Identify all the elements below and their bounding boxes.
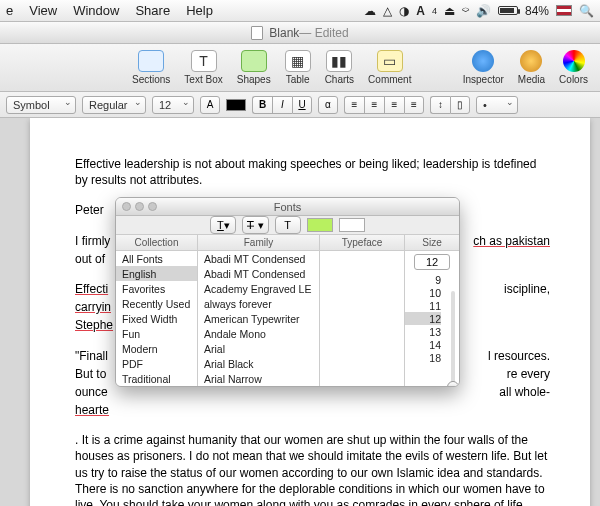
edited-indicator: — Edited bbox=[299, 26, 348, 40]
list-item[interactable]: 14 bbox=[405, 338, 441, 351]
shapes-button[interactable]: Shapes bbox=[237, 50, 271, 85]
list-item[interactable]: Modern bbox=[116, 341, 197, 356]
size-slider-track[interactable] bbox=[451, 291, 455, 386]
list-item[interactable]: Favorites bbox=[116, 281, 197, 296]
strike-button[interactable]: α bbox=[318, 96, 338, 114]
typeface-header: Typeface bbox=[320, 235, 404, 251]
collection-header: Collection bbox=[116, 235, 197, 251]
family-list[interactable]: Abadi MT Condensed Abadi MT Condensed Ac… bbox=[198, 251, 319, 386]
font-name-select[interactable]: Symbol bbox=[6, 96, 76, 114]
list-item[interactable]: Fixed Width bbox=[116, 311, 197, 326]
font-weight-select[interactable]: Regular bbox=[82, 96, 146, 114]
battery-icon[interactable] bbox=[498, 6, 518, 15]
table-button[interactable]: ▦Table bbox=[285, 50, 311, 85]
list-item[interactable]: Traditional bbox=[116, 371, 197, 386]
sections-button[interactable]: Sections bbox=[132, 50, 170, 85]
menu-help[interactable]: Help bbox=[186, 3, 213, 18]
menu-item[interactable]: e bbox=[6, 3, 13, 18]
menu-bar: e View Window Share Help ☁ △ ◑ A 4 ⏏ ⌔ 🔊… bbox=[0, 0, 600, 22]
volume-icon[interactable]: 🔊 bbox=[476, 4, 491, 18]
align-justify-button[interactable]: ≡ bbox=[404, 96, 424, 114]
linespacing-button[interactable]: ↕ bbox=[430, 96, 450, 114]
size-input[interactable] bbox=[414, 254, 450, 270]
wifi-icon[interactable]: ⌔ bbox=[462, 4, 469, 18]
format-bar: Symbol Regular 12 A B I U α ≡ ≡ ≡ ≡ ↕ ▯ … bbox=[0, 92, 600, 118]
main-toolbar: Sections TText Box Shapes ▦Table ▮▮Chart… bbox=[0, 44, 600, 92]
size-header: Size bbox=[405, 235, 459, 251]
font-size-select[interactable]: 12 bbox=[152, 96, 194, 114]
list-item[interactable]: 18 bbox=[405, 351, 441, 364]
close-icon[interactable] bbox=[122, 202, 131, 211]
fonts-panel-bottom: + − ✻▾ bbox=[116, 386, 459, 387]
size-slider-thumb[interactable] bbox=[447, 381, 459, 386]
list-item[interactable]: Andale Mono bbox=[198, 326, 319, 341]
highlight-color-swatch[interactable] bbox=[307, 218, 333, 232]
comment-button[interactable]: ▭Comment bbox=[368, 50, 411, 85]
menu-window[interactable]: Window bbox=[73, 3, 119, 18]
bold-button[interactable]: B bbox=[252, 96, 272, 114]
list-item[interactable]: Arial bbox=[198, 341, 319, 356]
list-style-select[interactable]: • bbox=[476, 96, 518, 114]
document-title: Blank bbox=[269, 26, 299, 40]
list-item[interactable]: PDF bbox=[116, 356, 197, 371]
list-item[interactable]: English bbox=[116, 266, 197, 281]
list-item[interactable]: All Fonts bbox=[116, 251, 197, 266]
menu-view[interactable]: View bbox=[29, 3, 57, 18]
status-icon[interactable]: A bbox=[416, 4, 425, 18]
window-titlebar: Blank — Edited bbox=[0, 22, 600, 44]
list-item[interactable]: Arial Narrow bbox=[198, 371, 319, 386]
document-icon bbox=[251, 26, 263, 40]
family-header: Family bbox=[198, 235, 319, 251]
text-sizeup-button[interactable]: A bbox=[200, 96, 220, 114]
status-icon[interactable]: 4 bbox=[432, 6, 437, 16]
fonts-panel-toolbar: T ▾ T̶ ▾ T bbox=[116, 216, 459, 235]
align-center-button[interactable]: ≡ bbox=[364, 96, 384, 114]
list-item[interactable]: 10 bbox=[405, 286, 441, 299]
list-item[interactable]: 9 bbox=[405, 273, 441, 286]
list-item[interactable]: American Typewriter bbox=[198, 311, 319, 326]
status-icon[interactable]: ◑ bbox=[399, 4, 409, 18]
text-color-button[interactable]: T bbox=[275, 216, 301, 234]
list-item[interactable]: Abadi MT Condensed bbox=[198, 266, 319, 281]
list-item[interactable]: 11 bbox=[405, 299, 441, 312]
italic-button[interactable]: I bbox=[272, 96, 292, 114]
status-icon[interactable]: ☁ bbox=[364, 4, 376, 18]
fonts-panel-titlebar[interactable]: Fonts bbox=[116, 198, 459, 216]
textbox-button[interactable]: TText Box bbox=[184, 50, 222, 85]
underline-menu-button[interactable]: T ▾ bbox=[210, 216, 236, 234]
strikethrough-menu-button[interactable]: T̶ ▾ bbox=[242, 216, 268, 234]
charts-button[interactable]: ▮▮Charts bbox=[325, 50, 354, 85]
colors-button[interactable]: Colors bbox=[559, 50, 588, 85]
inspector-button[interactable]: Inspector bbox=[463, 50, 504, 85]
columns-button[interactable]: ▯ bbox=[450, 96, 470, 114]
list-item[interactable]: Recently Used bbox=[116, 296, 197, 311]
document-color-swatch[interactable] bbox=[339, 218, 365, 232]
paragraph[interactable]: Effective leadership is not about making… bbox=[75, 156, 550, 188]
media-button[interactable]: Media bbox=[518, 50, 545, 85]
paragraph[interactable]: hearte bbox=[75, 402, 550, 418]
align-left-button[interactable]: ≡ bbox=[344, 96, 364, 114]
minimize-icon[interactable] bbox=[135, 202, 144, 211]
paragraph[interactable]: . It is a crime against humanity that ou… bbox=[75, 432, 550, 506]
list-item[interactable]: Arial Black bbox=[198, 356, 319, 371]
list-item[interactable]: Academy Engraved LE bbox=[198, 281, 319, 296]
underline-button[interactable]: U bbox=[292, 96, 312, 114]
text-color-swatch[interactable] bbox=[226, 99, 246, 111]
fonts-panel-title: Fonts bbox=[274, 201, 302, 213]
collection-list[interactable]: All Fonts English Favorites Recently Use… bbox=[116, 251, 197, 386]
align-right-button[interactable]: ≡ bbox=[384, 96, 404, 114]
battery-percent: 84% bbox=[525, 4, 549, 18]
spotlight-icon[interactable]: 🔍 bbox=[579, 4, 594, 18]
list-item[interactable]: always forever bbox=[198, 296, 319, 311]
list-item[interactable]: 12 bbox=[405, 312, 441, 325]
menu-share[interactable]: Share bbox=[135, 3, 170, 18]
list-item[interactable]: 13 bbox=[405, 325, 441, 338]
status-icon[interactable]: △ bbox=[383, 4, 392, 18]
zoom-icon[interactable] bbox=[148, 202, 157, 211]
list-item[interactable]: Fun bbox=[116, 326, 197, 341]
fonts-panel: Fonts T ▾ T̶ ▾ T Collection All Fonts En… bbox=[115, 197, 460, 387]
flag-icon[interactable] bbox=[556, 5, 572, 16]
status-icon[interactable]: ⏏ bbox=[444, 4, 455, 18]
list-item[interactable]: Abadi MT Condensed bbox=[198, 251, 319, 266]
